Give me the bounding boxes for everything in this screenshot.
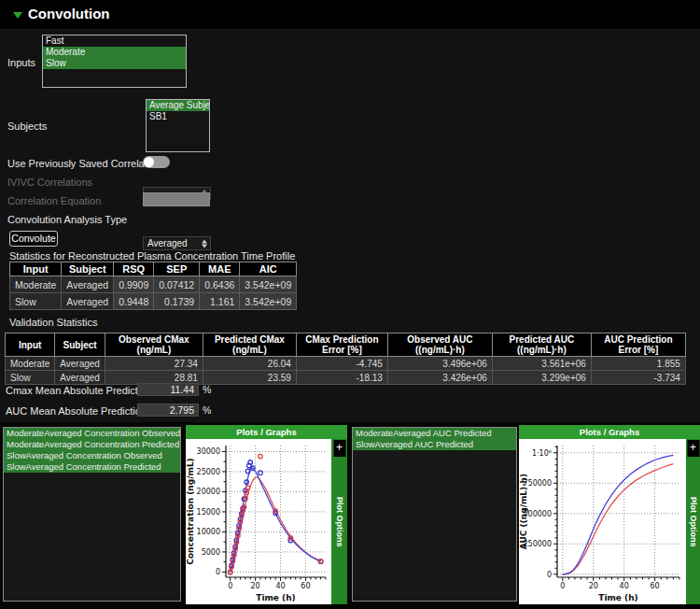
svg-text:Time (h): Time (h) (598, 593, 637, 602)
add-plot-button[interactable]: + (333, 440, 345, 457)
validation-table-title: Validation Statistics (9, 317, 98, 328)
subjects-list[interactable]: Average SubjectSB1 (146, 99, 210, 152)
add-plot-button[interactable]: + (687, 440, 699, 457)
svg-text:30000: 30000 (197, 447, 220, 456)
table-cell: -3.734 (591, 371, 685, 385)
plot-options-label: Plot Options (689, 497, 698, 547)
list-item[interactable]: ModerateAveraged Concentration Observed (4, 428, 180, 439)
auc-chart: 020406002500005000007500001·10⁶Time (h)A… (519, 439, 686, 604)
inputs-label: Inputs (7, 57, 35, 68)
svg-text:60: 60 (651, 582, 660, 590)
column-header: Subject (62, 262, 114, 276)
table-cell: -4.745 (296, 357, 387, 371)
correlation-equation-label: Correlation Equation (7, 195, 101, 206)
page-title: Convolution (28, 6, 109, 21)
cmax-error-unit: % (203, 384, 211, 395)
plot-header: Plots / Graphs (186, 425, 347, 439)
column-header: AUC Prediction Error [%] (591, 333, 685, 357)
list-item[interactable]: Slow (43, 58, 186, 69)
plots-row: ModerateAveraged Concentration ObservedM… (0, 422, 700, 609)
plot-options-tab[interactable]: + Plot Options (686, 439, 700, 604)
svg-text:Time (h): Time (h) (256, 593, 295, 602)
auc-legend-list[interactable]: ModerateAveraged AUC PredictedSlowAverag… (352, 427, 517, 602)
convolute-button[interactable]: Convolute (9, 231, 58, 247)
svg-text:20: 20 (589, 582, 598, 590)
column-header: RSQ (114, 262, 154, 276)
svg-text:20000: 20000 (197, 488, 220, 496)
table-row: SlowAveraged28.8123.59-18.133.426e+063.2… (6, 371, 686, 385)
table-cell: Averaged (55, 371, 105, 385)
plot-options-label: Plot Options (335, 497, 344, 547)
svg-text:0: 0 (547, 571, 552, 579)
concentration-chart: 0204060050001000015000200002500030000Tim… (186, 439, 331, 604)
collapse-arrow-icon[interactable] (13, 12, 22, 19)
svg-text:40: 40 (275, 582, 285, 590)
table-cell: 3.496e+06 (387, 357, 492, 371)
table-cell: Averaged (62, 293, 114, 310)
column-header: Observed AUC ((ng/mL)·h) (387, 333, 492, 357)
analysis-type-label: Convolution Analysis Type (7, 214, 127, 225)
auc-plot-panel: Plots / Graphs 0204060025000050000075000… (519, 425, 700, 608)
list-item[interactable]: SB1 (147, 111, 209, 122)
svg-text:25000: 25000 (197, 468, 220, 476)
validation-table: InputSubjectObserved CMax (ng/mL)Predict… (5, 333, 686, 385)
column-header: Observed CMax (ng/mL) (105, 333, 203, 357)
plot-header: Plots / Graphs (519, 425, 700, 439)
column-header: Subject (55, 333, 105, 357)
table-cell: Moderate (10, 276, 62, 293)
concentration-plot-panel: Plots / Graphs 0204060050001000015000200… (186, 425, 347, 608)
column-header: MAE (200, 262, 240, 276)
auc-error-field[interactable]: 2.795 (137, 404, 199, 417)
column-header: AIC (240, 262, 297, 276)
table-cell: 0.9909 (114, 276, 154, 293)
list-item[interactable]: SlowAveraged Concentration Observed (4, 450, 180, 461)
concentration-legend-list[interactable]: ModerateAveraged Concentration ObservedM… (3, 427, 181, 602)
svg-text:40: 40 (620, 582, 629, 590)
list-item[interactable]: Fast (43, 35, 186, 47)
table-cell: 0.1739 (154, 293, 200, 310)
plot-footer (186, 604, 347, 608)
table-cell: 1.855 (591, 357, 685, 371)
cmax-error-field[interactable]: 11.44 (137, 383, 199, 396)
table-row: SlowAveraged0.94480.17391.1613.542e+09 (10, 293, 297, 310)
table-cell: 26.04 (203, 357, 296, 371)
table-cell: Slow (10, 293, 62, 310)
table-cell: 3.426e+06 (387, 371, 492, 385)
table-cell: 1.161 (200, 293, 240, 310)
stats-table-title: Statistics for Reconstructed Plasma Conc… (9, 250, 295, 262)
list-item[interactable]: Average Subject (147, 100, 209, 111)
table-cell: 3.561e+06 (492, 357, 591, 371)
table-cell: Averaged (55, 357, 105, 371)
correlation-equation-field[interactable] (143, 192, 210, 206)
table-cell: 23.59 (203, 371, 296, 385)
list-item[interactable]: ModerateAveraged Concentration Predicted (4, 439, 180, 450)
table-row: ModerateAveraged27.3426.04-4.7453.496e+0… (6, 357, 686, 371)
svg-text:Concentration (ng/mL): Concentration (ng/mL) (186, 458, 195, 564)
list-item[interactable]: SlowAveraged Concentration Predicted (4, 461, 180, 473)
svg-text:5000: 5000 (202, 548, 220, 557)
svg-text:10000: 10000 (197, 528, 220, 536)
table-cell: 0.9448 (114, 293, 154, 310)
svg-text:0: 0 (560, 582, 565, 590)
svg-text:0: 0 (216, 568, 220, 576)
table-cell: Averaged (62, 276, 114, 293)
column-header: Input (6, 333, 55, 357)
list-item[interactable]: SlowAveraged AUC Predicted (353, 439, 516, 450)
table-cell: 0.07412 (154, 276, 200, 293)
inputs-list[interactable]: FastModerateSlow (42, 35, 187, 88)
plot-footer (519, 604, 700, 608)
table-row: ModerateAveraged0.99090.074120.64363.542… (10, 276, 297, 293)
column-header: Predicted CMax (ng/mL) (203, 333, 296, 357)
use-saved-correlation-toggle[interactable] (143, 156, 170, 168)
analysis-type-value: Averaged (147, 238, 188, 248)
svg-text:0: 0 (228, 582, 232, 590)
column-header: CMax Prediction Error [%] (296, 333, 387, 357)
convolution-panel: Convolution Inputs FastModerateSlow Subj… (0, 0, 700, 609)
table-cell: 0.6436 (200, 276, 240, 293)
plot-options-tab[interactable]: + Plot Options (331, 439, 347, 604)
table-cell: 3.542e+09 (240, 293, 297, 310)
svg-text:1·10⁶: 1·10⁶ (532, 449, 552, 458)
list-item[interactable]: ModerateAveraged AUC Predicted (353, 428, 516, 439)
analysis-type-select[interactable]: Averaged (143, 236, 211, 250)
list-item[interactable]: Moderate (43, 47, 186, 58)
